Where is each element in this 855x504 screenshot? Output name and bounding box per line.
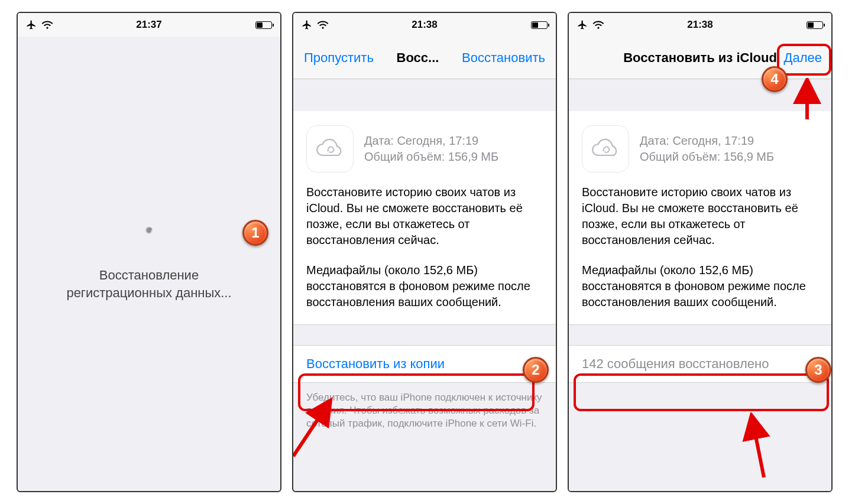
cloud-restore-icon [306, 125, 354, 173]
annotation-arrow-3 [728, 412, 788, 483]
annotation-arrow-4 [792, 78, 822, 125]
cloud-restore-icon [582, 125, 629, 173]
restore-from-backup-button[interactable]: Восстановить из копии [293, 346, 556, 383]
status-bar: 21:37 [18, 13, 280, 37]
screen-loading: 21:37 Восстановление [17, 12, 281, 492]
annotation-badge-2: 2 [523, 357, 549, 383]
status-bar: 21:38 [569, 13, 831, 37]
battery-icon [531, 21, 548, 29]
battery-icon [807, 21, 823, 29]
annotation-badge-3: 3 [805, 357, 831, 383]
screen-restore-prompt: 21:38 Пропустить Восс... Восстановить [292, 12, 557, 492]
status-time: 21:38 [569, 19, 831, 31]
loading-text-line2: регистрационных данных... [66, 284, 231, 302]
screen-restore-complete: 21:38 Восстановить из iCloud Далее [568, 12, 833, 492]
nav-next-button[interactable]: Далее [784, 50, 822, 66]
nav-restore-button[interactable]: Восстановить [462, 50, 545, 66]
backup-date: Дата: Сегодня, 17:19 [364, 133, 498, 149]
backup-size: Общий объём: 156,9 МБ [640, 149, 774, 165]
restore-description-2: Медиафайлы (около 152,6 МБ) восстановятс… [569, 258, 831, 324]
nav-skip-button[interactable]: Пропустить [304, 50, 374, 66]
backup-date: Дата: Сегодня, 17:19 [640, 133, 774, 149]
annotation-badge-4: 4 [762, 66, 788, 92]
annotation-badge-1: 1 [242, 220, 268, 246]
backup-info-card: Дата: Сегодня, 17:19 Общий объём: 156,9 … [293, 111, 556, 182]
nav-bar: Пропустить Восс... Восстановить [293, 37, 556, 79]
restore-description-2: Медиафайлы (около 152,6 МБ) восстановятс… [293, 258, 556, 324]
battery-icon [255, 21, 272, 29]
annotation-arrow-2 [292, 391, 358, 462]
restore-description-1: Восстановите историю своих чатов из iClo… [293, 182, 556, 258]
status-bar: 21:38 [293, 13, 556, 37]
status-time: 21:38 [293, 19, 556, 31]
restore-description-1: Восстановите историю своих чатов из iClo… [569, 182, 831, 258]
loading-spinner-icon [137, 226, 161, 250]
backup-size: Общий объём: 156,9 МБ [364, 149, 498, 165]
loading-text-line1: Восстановление [66, 266, 231, 284]
loading-text: Восстановление регистрационных данных... [66, 266, 231, 301]
nav-title: Восс... [397, 50, 439, 66]
status-time: 21:37 [18, 19, 280, 31]
svg-line-0 [293, 403, 329, 456]
messages-restored-status: 142 сообщения восстановлено [569, 346, 831, 383]
svg-line-1 [752, 418, 764, 477]
nav-bar: Восстановить из iCloud Далее [569, 37, 831, 79]
